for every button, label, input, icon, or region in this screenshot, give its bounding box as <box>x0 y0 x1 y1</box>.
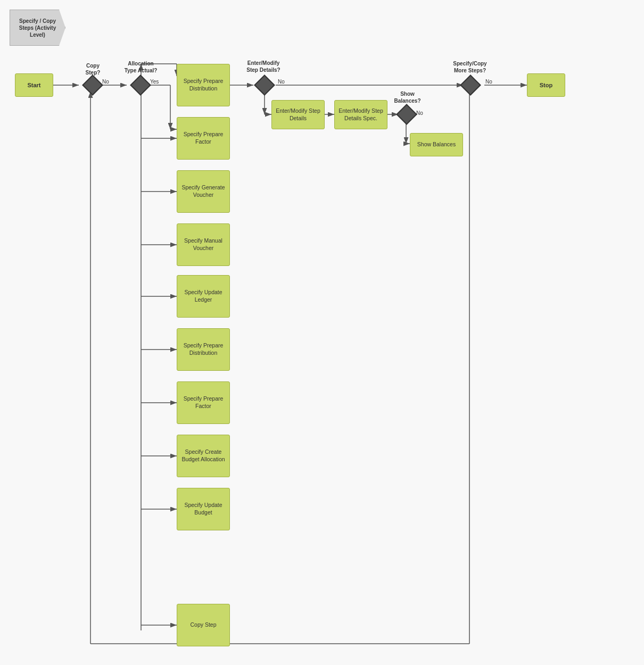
specify-generate-voucher-box[interactable]: Specify Generate Voucher <box>177 170 230 213</box>
copy-step-label: Copy Step? <box>78 62 108 76</box>
no5-label: No <box>485 79 492 85</box>
specify-copy-more-label: Specify/Copy More Steps? <box>451 60 489 74</box>
yes1-label: Yes <box>150 79 159 85</box>
enter-modify-label: Enter/Modify Step Details? <box>242 60 285 73</box>
specify-create-budget-alloc-box[interactable]: Specify Create Budget Allocation <box>177 435 230 477</box>
allocation-type-label: Allocation Type Actual? <box>123 60 158 74</box>
specify-manual-voucher-box[interactable]: Specify Manual Voucher <box>177 223 230 266</box>
specify-prepare-dist-1-box[interactable]: Specify Prepare Distribution <box>177 64 230 106</box>
specify-prepare-dist-2-box[interactable]: Specify Prepare Distribution <box>177 328 230 371</box>
start-box: Start <box>15 73 53 97</box>
enter-modify-step-details-box[interactable]: Enter/Modify Step Details <box>271 100 325 129</box>
specify-update-budget-box[interactable]: Specify Update Budget <box>177 488 230 530</box>
show-balances-box[interactable]: Show Balances <box>410 133 463 156</box>
no3-label: No <box>278 79 285 85</box>
no4-label: No <box>416 110 423 116</box>
diagram-container: Specify / Copy Steps (Activity Level) St… <box>0 0 644 665</box>
specify-prepare-factor-1-box[interactable]: Specify Prepare Factor <box>177 117 230 160</box>
no1-label: No <box>102 79 109 85</box>
show-balances-diamond <box>396 104 417 125</box>
enter-modify-step-details-spec-box[interactable]: Enter/Modify Step Details Spec. <box>334 100 387 129</box>
title-text: Specify / Copy Steps (Activity Level) <box>15 18 60 38</box>
specify-update-ledger-box[interactable]: Specify Update Ledger <box>177 275 230 318</box>
allocation-type-diamond <box>130 74 151 96</box>
copy-step-box[interactable]: Copy Step <box>177 604 230 646</box>
stop-box: Stop <box>527 73 565 97</box>
copy-step-diamond <box>82 74 103 96</box>
enter-modify-diamond <box>254 74 275 96</box>
specify-prepare-factor-2-box[interactable]: Specify Prepare Factor <box>177 381 230 424</box>
show-balances-label: Show Balances? <box>390 90 425 104</box>
title-badge: Specify / Copy Steps (Activity Level) <box>10 10 65 46</box>
specify-copy-more-diamond <box>460 74 481 96</box>
